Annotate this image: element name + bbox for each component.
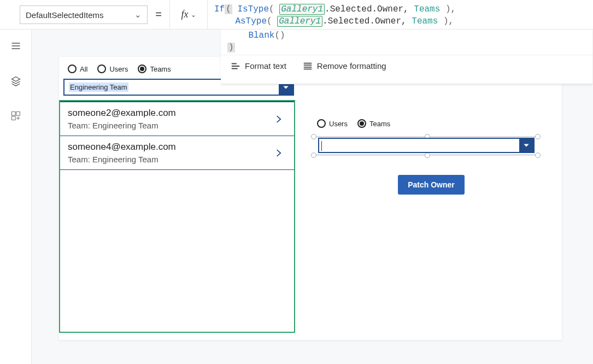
gallery-team: Team: Engineering Team [68,121,286,130]
radio-teams[interactable]: Teams [357,119,390,128]
gallery-email: someone4@example.com [68,142,286,152]
gallery[interactable]: someone2@example.com Team: Engineering T… [59,100,295,333]
radio-users[interactable]: Users [317,119,348,128]
formula-toolbar: Format text Remove formatting [221,55,592,77]
right-column: Users Teams [314,111,549,195]
text-caret [321,141,322,151]
chevron-down-icon: ⌄ [191,11,196,19]
list-item[interactable]: someone2@example.com Team: Engineering T… [60,101,294,136]
formula-bar: DefaultSelectedItems ⌄ = fx ⌄ If( IsType… [0,0,593,30]
formula-editor-ext[interactable]: Blank() ) [221,30,592,55]
chevron-right-icon[interactable] [273,148,284,158]
selected-combobox-frame [314,136,541,156]
radio-teams[interactable]: Teams [138,64,171,73]
chevron-down-icon: ⌄ [134,10,142,20]
formula-panel: Blank() ) Format text Remove formatting [221,30,592,84]
fx-button[interactable]: fx ⌄ [169,0,208,29]
patch-owner-button[interactable]: Patch Owner [398,175,465,195]
left-toolbar [0,30,32,364]
format-text-button[interactable]: Format text [231,61,286,71]
app-canvas[interactable]: All Users Teams Engineering Team [59,57,562,340]
right-combobox[interactable] [318,138,535,153]
svg-rect-0 [11,112,15,116]
equals-sign: = [148,0,169,29]
property-select[interactable]: DefaultSelectedItems ⌄ [20,5,148,24]
svg-rect-2 [11,116,15,120]
unformat-icon [303,61,313,71]
right-radio-group: Users Teams [314,111,549,133]
formula-editor[interactable]: If( IsType( Gallery1.Selected.Owner, Tea… [208,0,593,29]
left-column: All Users Teams Engineering Team [59,57,300,340]
svg-rect-1 [16,112,20,116]
chevron-right-icon[interactable] [273,114,284,125]
radio-all[interactable]: All [68,64,87,73]
property-select-value: DefaultSelectedItems [26,10,104,20]
hamburger-icon[interactable] [10,40,21,54]
chevron-down-icon[interactable] [519,139,533,152]
gallery-email: someone2@example.com [68,108,286,119]
radio-users[interactable]: Users [97,64,128,73]
layers-icon[interactable] [10,75,21,89]
format-icon [231,61,240,71]
list-item[interactable]: someone4@example.com Team: Engineering T… [60,136,294,170]
components-icon[interactable] [10,110,21,124]
gallery-team: Team: Engineering Team [68,155,286,164]
fx-label: fx [181,9,189,20]
remove-formatting-button[interactable]: Remove formatting [303,61,386,71]
